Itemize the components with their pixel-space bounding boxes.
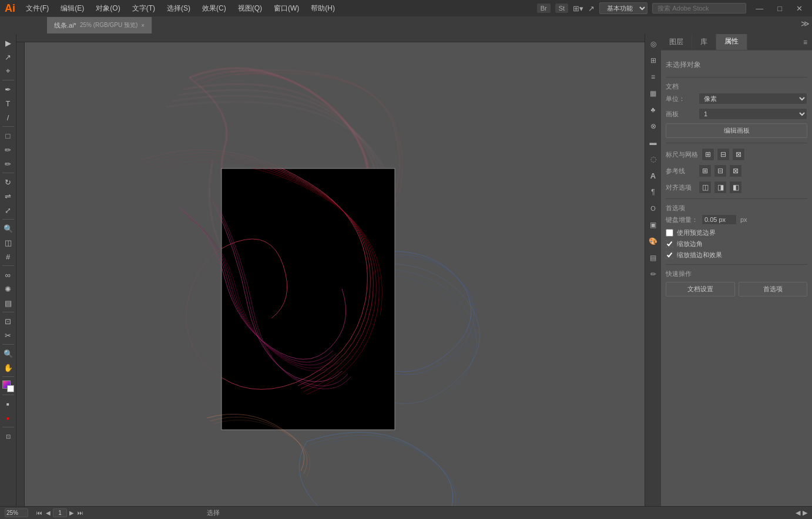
prefs-button[interactable]: 首选项 bbox=[739, 282, 808, 296]
align-options-label: 对齐选项 bbox=[666, 183, 695, 192]
stroke-panel-icon[interactable]: ▬ bbox=[646, 135, 661, 150]
line-tool[interactable]: / bbox=[1, 111, 15, 124]
artboard-number-input[interactable] bbox=[53, 508, 67, 517]
scale-corners-row: 缩放边角 bbox=[666, 240, 807, 248]
scale-corners-checkbox[interactable] bbox=[666, 240, 673, 248]
align-icon-1[interactable]: ◫ bbox=[699, 181, 712, 194]
warp-tool[interactable]: ⇌ bbox=[1, 190, 15, 203]
background-color[interactable] bbox=[7, 385, 14, 392]
scroll-right-icon[interactable]: ▶ bbox=[803, 509, 807, 517]
pencil-tool[interactable]: ✏ bbox=[1, 157, 15, 170]
canvas-area[interactable] bbox=[25, 42, 645, 506]
prev-artboard-step[interactable]: ◀ bbox=[45, 510, 52, 516]
paragraph-panel-icon[interactable]: ¶ bbox=[646, 184, 661, 200]
artboards-button[interactable]: ⊡ bbox=[1, 430, 15, 443]
menu-type[interactable]: 文字(T) bbox=[129, 2, 159, 15]
artboard-navigation: ⏮ ◀ ▶ ⏭ bbox=[35, 508, 85, 517]
next-artboard-step[interactable]: ▶ bbox=[68, 510, 75, 516]
zoom-tool[interactable]: 🔍 bbox=[1, 347, 15, 360]
artboard-selector[interactable]: 1 bbox=[699, 108, 807, 120]
menu-window[interactable]: 窗口(W) bbox=[270, 2, 303, 15]
share-icon[interactable]: ↗ bbox=[588, 4, 595, 13]
gradient-tool[interactable]: ◫ bbox=[1, 236, 15, 249]
zoom-input[interactable] bbox=[5, 508, 28, 517]
panel-more-button[interactable]: ≡ bbox=[798, 36, 812, 49]
panel-collapse-button[interactable]: ≫ bbox=[801, 19, 810, 28]
gradient-panel-icon[interactable]: ▤ bbox=[646, 250, 661, 265]
opentype-panel-icon[interactable]: O bbox=[646, 201, 661, 216]
scale-tool[interactable]: ⤢ bbox=[1, 204, 15, 217]
transform-panel-icon[interactable]: ⊞ bbox=[646, 53, 661, 68]
menu-help[interactable]: 帮助(H) bbox=[307, 2, 338, 15]
rotate-tool[interactable]: ↻ bbox=[1, 176, 15, 188]
pen-tool[interactable]: ✒ bbox=[1, 83, 15, 96]
transparency-panel-icon[interactable]: ◌ bbox=[646, 151, 661, 167]
mesh-tool[interactable]: # bbox=[1, 250, 15, 263]
doc-settings-button[interactable]: 文档设置 bbox=[666, 282, 735, 296]
type-tool[interactable]: T bbox=[1, 97, 15, 110]
eyedropper-tool[interactable]: 🔍 bbox=[1, 222, 15, 235]
blend-tool[interactable]: ∞ bbox=[1, 268, 15, 281]
symbols-panel-icon[interactable]: ♣ bbox=[646, 102, 661, 117]
preview-bounds-checkbox[interactable] bbox=[666, 229, 673, 237]
maximize-button[interactable]: □ bbox=[773, 3, 787, 14]
artboard-tool[interactable]: ⊡ bbox=[1, 315, 15, 328]
bridge-icon[interactable]: Br bbox=[537, 4, 551, 13]
keyboard-increment-row: 键盘增量： px bbox=[666, 214, 807, 225]
arrange-icon[interactable]: ⊞▾ bbox=[573, 4, 583, 13]
shape-tool[interactable]: □ bbox=[1, 129, 15, 142]
guide-icon-3[interactable]: ⊠ bbox=[729, 164, 742, 177]
pathfinder-panel-icon[interactable]: ⊗ bbox=[646, 119, 661, 134]
workspace-selector[interactable]: 基本功能 bbox=[599, 2, 647, 14]
symbol-tool[interactable]: ✺ bbox=[1, 282, 15, 295]
stroke-color-swatch[interactable]: ■ bbox=[1, 412, 15, 424]
tab-libraries[interactable]: 库 bbox=[692, 35, 716, 49]
slice-tool[interactable]: ✂ bbox=[1, 329, 15, 342]
close-button[interactable]: ✕ bbox=[791, 3, 807, 14]
ruler-icon-2[interactable]: ⊟ bbox=[717, 148, 730, 161]
menu-file[interactable]: 文件(F) bbox=[22, 2, 52, 15]
color-swatches[interactable] bbox=[2, 380, 14, 392]
align-icon-2[interactable]: ◨ bbox=[714, 181, 727, 194]
brushes-panel-icon[interactable]: ✏ bbox=[646, 267, 661, 282]
stock-icon[interactable]: St bbox=[555, 4, 568, 13]
tab-close-button[interactable]: × bbox=[141, 22, 145, 29]
scale-strokes-checkbox[interactable] bbox=[666, 251, 673, 259]
next-artboard-button[interactable]: ⏭ bbox=[76, 510, 85, 516]
color-panel-icon[interactable]: 🎨 bbox=[646, 234, 661, 249]
ruler-icon-1[interactable]: ⊞ bbox=[702, 148, 714, 161]
brush-tool[interactable]: ✏ bbox=[1, 143, 15, 156]
selection-tool[interactable]: ▶ bbox=[1, 36, 15, 49]
search-input[interactable] bbox=[652, 3, 746, 14]
hand-tool[interactable]: ✋ bbox=[1, 361, 15, 374]
swatches-panel-icon[interactable]: ▦ bbox=[646, 86, 661, 101]
tab-layers[interactable]: 图层 bbox=[661, 35, 692, 49]
appearance-panel-icon[interactable]: ◎ bbox=[646, 36, 661, 52]
guide-icon-2[interactable]: ⊟ bbox=[714, 164, 727, 177]
scroll-left-icon[interactable]: ◀ bbox=[796, 509, 800, 517]
menu-select[interactable]: 选择(S) bbox=[163, 2, 194, 15]
status-bar: ⏮ ◀ ▶ ⏭ 选择 ◀ ▶ bbox=[0, 506, 812, 519]
prev-artboard-button[interactable]: ⏮ bbox=[35, 510, 43, 516]
type-panel-icon[interactable]: A bbox=[646, 168, 661, 183]
lasso-tool[interactable]: ⌖ bbox=[1, 65, 15, 77]
direct-selection-tool[interactable]: ↗ bbox=[1, 50, 15, 63]
guide-icon-1[interactable]: ⊞ bbox=[699, 164, 712, 177]
color-guide-panel-icon[interactable]: ▣ bbox=[646, 217, 661, 232]
tab-properties[interactable]: 属性 bbox=[716, 34, 747, 50]
document-tab[interactable]: 线条.ai* 25% (RGB/GPU 预览) × bbox=[47, 17, 152, 33]
menu-view[interactable]: 视图(Q) bbox=[234, 2, 266, 15]
menu-edit[interactable]: 编辑(E) bbox=[57, 2, 88, 15]
minimize-button[interactable]: — bbox=[751, 3, 768, 14]
fill-color-swatch[interactable]: ■ bbox=[1, 397, 15, 410]
tab-filename: 线条.ai* bbox=[54, 21, 76, 30]
ruler-icon-3[interactable]: ⊠ bbox=[732, 148, 745, 161]
graph-tool[interactable]: ▤ bbox=[1, 296, 15, 309]
align-icon-3[interactable]: ◧ bbox=[729, 181, 742, 194]
keyboard-increment-input[interactable] bbox=[702, 214, 737, 225]
unit-selector[interactable]: 像素 bbox=[699, 93, 807, 105]
align-panel-icon[interactable]: ≡ bbox=[646, 69, 661, 85]
edit-artboard-button[interactable]: 编辑画板 bbox=[666, 123, 807, 138]
menu-effect[interactable]: 效果(C) bbox=[199, 2, 230, 15]
menu-object[interactable]: 对象(O) bbox=[92, 2, 123, 15]
